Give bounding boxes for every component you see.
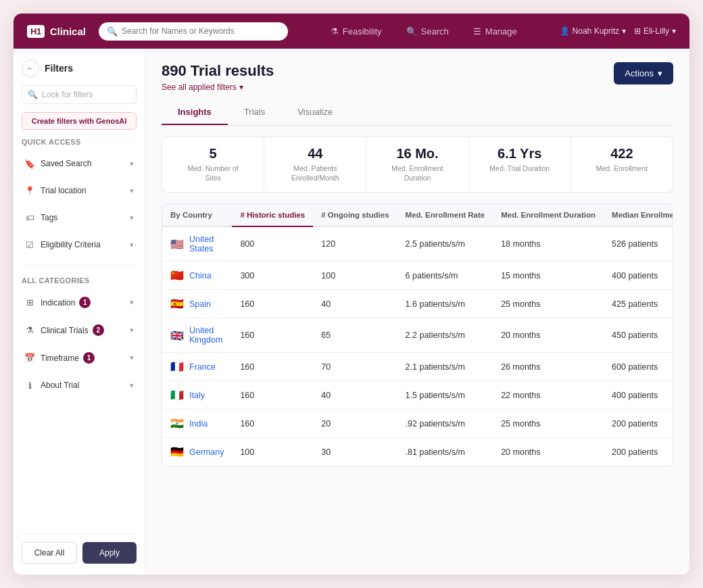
stat-med-trial-duration: 6.1 Yrs Med. Trial Duration [469, 137, 571, 192]
nav-tab-feasibility[interactable]: ⚗ Feasibility [320, 21, 393, 42]
apply-button[interactable]: Apply [82, 542, 137, 564]
cell-historic-0: 800 [232, 226, 313, 262]
flag-7: 🇩🇪 [170, 445, 184, 458]
app-name: Clinical [50, 26, 86, 37]
create-filters-brand: GenosAI [96, 117, 126, 125]
col-header-historic[interactable]: # Historic studies [232, 204, 313, 226]
table-row: 🇪🇸 Spain 160 40 1.6 patients/s/m 25 mont… [162, 290, 673, 318]
country-link-5[interactable]: Italy [189, 391, 205, 400]
search-icon: 🔍 [406, 26, 417, 36]
clear-all-button[interactable]: Clear All [22, 542, 77, 564]
country-link-7[interactable]: Germany [189, 447, 224, 457]
clinical-trials-label: Clinical Trials [41, 326, 89, 335]
cell-ongoing-5: 40 [313, 381, 397, 410]
stats-row: 5 Med. Number ofSites 44 Med. PatientsEn… [162, 137, 673, 193]
country-link-3[interactable]: United Kingdom [189, 326, 224, 345]
content-tabs: Insights Trials Visualize [162, 100, 673, 126]
cell-med-enroll-rate-6: .92 patients/s/m [397, 410, 493, 438]
nav-tab-manage[interactable]: ☰ Manage [462, 21, 528, 42]
sidebar-search-icon: 🔍 [28, 90, 38, 99]
cell-med-duration-6: 25 months [493, 410, 604, 438]
table-row: 🇺🇸 United States 800 120 2.5 patients/s/… [162, 226, 673, 262]
country-link-2[interactable]: Spain [189, 299, 211, 309]
col-header-med-enroll-rate[interactable]: Med. Enrollment Rate [397, 204, 493, 226]
nav-tab-search-label: Search [421, 26, 449, 36]
sidebar-item-eligibility[interactable]: ☑ Eligibility Criteria ▾ [22, 235, 137, 254]
eligibility-label: Eligibility Criteria [41, 240, 101, 249]
cell-country-7: 🇩🇪 Germany [162, 438, 232, 466]
nav-user-label: Noah Kupritz [573, 26, 619, 36]
cell-median-enroll-3: 450 patients [604, 318, 673, 353]
back-button[interactable]: ← [22, 59, 39, 77]
tags-label: Tags [41, 213, 57, 222]
sidebar-item-saved-search[interactable]: 🔖 Saved Search ▾ [22, 154, 137, 173]
results-title: 890 Trial results [162, 62, 274, 80]
sidebar-item-clinical-trials[interactable]: ⚗ Clinical Trials 2 ▾ [22, 320, 137, 340]
col-header-med-duration[interactable]: Med. Enrollment Duration [493, 204, 604, 226]
sidebar-item-indication[interactable]: ⊞ Indication 1 ▾ [22, 293, 137, 312]
flag-5: 🇮🇹 [170, 389, 184, 401]
sidebar-item-tags[interactable]: 🏷 Tags ▾ [22, 208, 137, 227]
clinical-trials-badge: 2 [93, 324, 104, 336]
cell-med-enroll-rate-7: .81 patients/s/m [397, 438, 493, 466]
stat-med-enrollment-duration-value: 16 Mo. [373, 147, 461, 160]
cell-historic-4: 160 [232, 353, 313, 381]
applied-filters-label: See all applied filters [162, 82, 237, 92]
cell-ongoing-1: 100 [313, 262, 397, 290]
cell-historic-7: 100 [232, 438, 313, 466]
stat-med-sites-value: 5 [169, 147, 257, 160]
cell-median-enroll-0: 526 patients [604, 226, 673, 262]
stat-med-patients: 44 Med. PatientsEnrolled/Month [264, 137, 366, 192]
cell-med-enroll-rate-4: 2.1 patients/s/m [397, 353, 493, 381]
cell-med-enroll-rate-2: 1.6 patients/s/m [397, 290, 493, 318]
grid-cat-icon: ⊞ [24, 297, 35, 308]
calendar-icon: 📅 [24, 353, 35, 364]
timeframe-label: Timeframe [41, 353, 79, 363]
sidebar-item-about-trial[interactable]: ℹ About Trial ▾ [22, 376, 137, 395]
cell-med-duration-0: 18 months [493, 226, 604, 262]
logo: H1 Clinical [27, 25, 88, 38]
sidebar-item-timeframe[interactable]: 📅 Timeframe 1 ▾ [22, 348, 137, 368]
bookmark-icon: 🔖 [24, 158, 35, 169]
country-link-6[interactable]: India [189, 419, 208, 428]
sidebar-item-trial-location[interactable]: 📍 Trial location ▾ [22, 181, 137, 200]
cell-historic-5: 160 [232, 381, 313, 410]
col-header-ongoing[interactable]: # Ongoing studies [313, 204, 397, 226]
sidebar-search[interactable]: 🔍 Look for filters [22, 85, 137, 104]
country-link-1[interactable]: China [189, 271, 212, 280]
table-row: 🇮🇹 Italy 160 40 1.5 patients/s/m 22 mont… [162, 381, 673, 410]
applied-filters-link[interactable]: See all applied filters ▾ [162, 82, 274, 92]
sidebar-search-placeholder: Look for filters [42, 90, 93, 99]
cell-country-1: 🇨🇳 China [162, 262, 232, 290]
nav-search-input[interactable] [122, 26, 280, 36]
country-link-4[interactable]: France [189, 362, 216, 372]
nav-tab-search[interactable]: 🔍 Search [395, 21, 460, 42]
tag-icon: 🏷 [24, 212, 35, 223]
actions-button[interactable]: Actions ▾ [614, 62, 673, 84]
cell-country-5: 🇮🇹 Italy [162, 381, 232, 410]
tab-trials[interactable]: Trials [228, 100, 281, 125]
create-filters-button[interactable]: Create filters with GenosAI [22, 112, 137, 130]
indication-badge: 1 [79, 297, 91, 308]
chevron-right-icon-2: ▾ [130, 187, 134, 195]
nav-user[interactable]: 👤 Noah Kupritz ▾ [560, 26, 626, 36]
tab-visualize[interactable]: Visualize [281, 100, 349, 125]
table-row: 🇩🇪 Germany 100 30 .81 patients/s/m 20 mo… [162, 438, 673, 466]
nav-org[interactable]: ⊞ Eli-Lilly ▾ [634, 26, 676, 36]
chevron-right-indication: ▾ [130, 298, 134, 307]
cell-med-duration-2: 25 months [493, 290, 604, 318]
tab-insights[interactable]: Insights [162, 100, 228, 125]
cell-med-duration-7: 20 months [493, 438, 604, 466]
cell-ongoing-6: 20 [313, 410, 397, 438]
flag-0: 🇺🇸 [170, 238, 184, 251]
col-header-median-enroll[interactable]: Median Enrollment [604, 204, 673, 226]
nav-right: 👤 Noah Kupritz ▾ ⊞ Eli-Lilly ▾ [560, 26, 676, 36]
map-pin-icon: 📍 [24, 185, 35, 196]
about-trial-label: About Trial [41, 381, 79, 390]
chevron-right-about: ▾ [130, 381, 134, 390]
country-link-0[interactable]: United States [189, 235, 224, 253]
nav-search-bar[interactable]: 🔍 [99, 22, 288, 41]
cell-historic-3: 160 [232, 318, 313, 353]
user-icon: 👤 [560, 26, 570, 36]
all-categories-label: All Categories [22, 276, 137, 285]
